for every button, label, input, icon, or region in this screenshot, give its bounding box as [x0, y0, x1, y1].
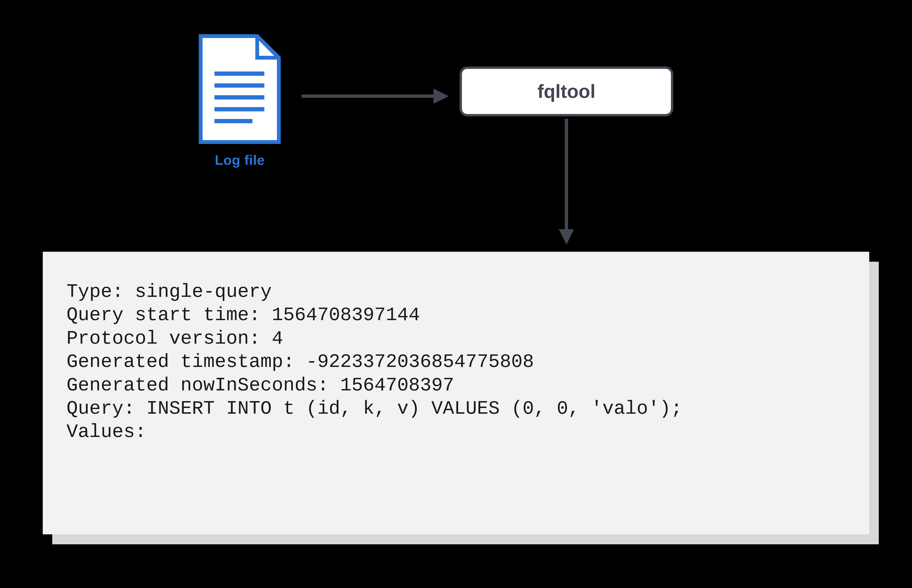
- arrow-log-to-tool: [302, 91, 449, 101]
- svg-marker-8: [559, 229, 574, 245]
- log-file-label: Log file: [198, 152, 282, 168]
- output-text: Type: single-query Query start time: 156…: [66, 280, 846, 444]
- log-file-icon: [198, 33, 282, 145]
- fqltool-box: fqltool: [460, 66, 673, 116]
- arrow-tool-to-output: [562, 119, 571, 245]
- svg-marker-6: [433, 89, 449, 104]
- fqltool-label: fqltool: [538, 81, 596, 102]
- diagram-canvas: Log file fqltool Type: single-query Quer…: [0, 0, 912, 588]
- output-panel: Type: single-query Query start time: 156…: [43, 252, 869, 534]
